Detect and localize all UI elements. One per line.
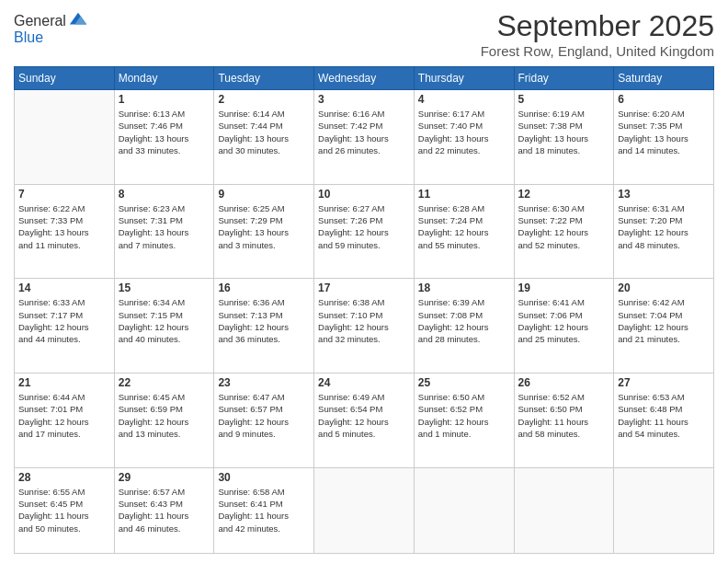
day-info: Sunrise: 6:49 AMSunset: 6:54 PMDaylight:… xyxy=(318,391,410,440)
logo-icon xyxy=(68,9,88,29)
calendar-cell xyxy=(414,467,514,553)
day-info: Sunrise: 6:36 AMSunset: 7:13 PMDaylight:… xyxy=(218,296,310,345)
day-number: 6 xyxy=(618,93,710,106)
calendar-cell: 6Sunrise: 6:20 AMSunset: 7:35 PMDaylight… xyxy=(614,90,714,185)
day-info: Sunrise: 6:47 AMSunset: 6:57 PMDaylight:… xyxy=(218,391,310,440)
day-info: Sunrise: 6:16 AMSunset: 7:42 PMDaylight:… xyxy=(318,108,410,156)
day-number: 8 xyxy=(119,188,210,201)
week-row-5: 28Sunrise: 6:55 AMSunset: 6:45 PMDayligh… xyxy=(15,467,714,553)
calendar-cell: 11Sunrise: 6:28 AMSunset: 7:24 PMDayligh… xyxy=(414,184,514,279)
location: Forest Row, England, United Kingdom xyxy=(481,43,714,59)
header: General Blue September 2025 Forest Row, … xyxy=(14,9,714,59)
calendar-cell xyxy=(614,467,714,553)
calendar-cell: 16Sunrise: 6:36 AMSunset: 7:13 PMDayligh… xyxy=(214,279,314,373)
calendar-cell: 26Sunrise: 6:52 AMSunset: 6:50 PMDayligh… xyxy=(514,373,614,467)
day-info: Sunrise: 6:34 AMSunset: 7:15 PMDaylight:… xyxy=(119,296,210,345)
day-info: Sunrise: 6:20 AMSunset: 7:35 PMDaylight:… xyxy=(618,108,710,156)
weekday-header-tuesday: Tuesday xyxy=(214,67,314,90)
day-number: 14 xyxy=(18,282,110,294)
day-info: Sunrise: 6:42 AMSunset: 7:04 PMDaylight:… xyxy=(618,296,710,345)
logo: General Blue xyxy=(14,13,88,46)
calendar-cell: 10Sunrise: 6:27 AMSunset: 7:26 PMDayligh… xyxy=(314,184,415,279)
day-number: 10 xyxy=(318,188,410,201)
day-info: Sunrise: 6:31 AMSunset: 7:20 PMDaylight:… xyxy=(618,202,710,251)
calendar-cell: 9Sunrise: 6:25 AMSunset: 7:29 PMDaylight… xyxy=(214,184,314,279)
day-number: 19 xyxy=(518,282,610,294)
calendar-cell: 2Sunrise: 6:14 AMSunset: 7:44 PMDaylight… xyxy=(214,90,314,185)
calendar-table: SundayMondayTuesdayWednesdayThursdayFrid… xyxy=(14,66,714,554)
day-info: Sunrise: 6:28 AMSunset: 7:24 PMDaylight:… xyxy=(418,202,510,251)
weekday-header-row: SundayMondayTuesdayWednesdayThursdayFrid… xyxy=(15,67,714,90)
calendar-cell: 3Sunrise: 6:16 AMSunset: 7:42 PMDaylight… xyxy=(314,90,415,185)
logo-blue-text: Blue xyxy=(14,29,88,46)
week-row-3: 14Sunrise: 6:33 AMSunset: 7:17 PMDayligh… xyxy=(15,279,714,373)
weekday-header-saturday: Saturday xyxy=(614,67,714,90)
calendar-cell: 30Sunrise: 6:58 AMSunset: 6:41 PMDayligh… xyxy=(214,467,314,553)
calendar-cell: 14Sunrise: 6:33 AMSunset: 7:17 PMDayligh… xyxy=(15,279,115,373)
calendar-cell: 4Sunrise: 6:17 AMSunset: 7:40 PMDaylight… xyxy=(414,90,514,185)
day-number: 13 xyxy=(618,188,710,201)
calendar-cell: 19Sunrise: 6:41 AMSunset: 7:06 PMDayligh… xyxy=(514,279,614,373)
day-info: Sunrise: 6:19 AMSunset: 7:38 PMDaylight:… xyxy=(518,108,610,156)
page: General Blue September 2025 Forest Row, … xyxy=(0,0,728,563)
day-info: Sunrise: 6:14 AMSunset: 7:44 PMDaylight:… xyxy=(218,108,310,156)
day-number: 25 xyxy=(418,376,510,389)
day-info: Sunrise: 6:23 AMSunset: 7:31 PMDaylight:… xyxy=(119,202,210,251)
day-info: Sunrise: 6:33 AMSunset: 7:17 PMDaylight:… xyxy=(18,296,110,345)
day-info: Sunrise: 6:27 AMSunset: 7:26 PMDaylight:… xyxy=(318,202,410,251)
calendar-cell: 5Sunrise: 6:19 AMSunset: 7:38 PMDaylight… xyxy=(514,90,614,185)
week-row-2: 7Sunrise: 6:22 AMSunset: 7:33 PMDaylight… xyxy=(15,184,714,279)
calendar-cell: 23Sunrise: 6:47 AMSunset: 6:57 PMDayligh… xyxy=(214,373,314,467)
day-number: 2 xyxy=(218,93,310,106)
day-info: Sunrise: 6:52 AMSunset: 6:50 PMDaylight:… xyxy=(518,391,610,440)
day-info: Sunrise: 6:38 AMSunset: 7:10 PMDaylight:… xyxy=(318,296,410,345)
day-number: 22 xyxy=(119,376,210,389)
calendar-cell: 21Sunrise: 6:44 AMSunset: 7:01 PMDayligh… xyxy=(15,373,115,467)
week-row-1: 1Sunrise: 6:13 AMSunset: 7:46 PMDaylight… xyxy=(15,90,714,185)
day-info: Sunrise: 6:53 AMSunset: 6:48 PMDaylight:… xyxy=(618,391,710,440)
day-number: 23 xyxy=(218,376,310,389)
day-number: 20 xyxy=(618,282,710,294)
weekday-header-monday: Monday xyxy=(114,67,214,90)
month-title: September 2025 xyxy=(481,9,714,43)
day-number: 30 xyxy=(218,471,310,484)
day-info: Sunrise: 6:57 AMSunset: 6:43 PMDaylight:… xyxy=(119,486,210,534)
calendar-cell xyxy=(15,90,115,185)
day-info: Sunrise: 6:17 AMSunset: 7:40 PMDaylight:… xyxy=(418,108,510,156)
day-info: Sunrise: 6:55 AMSunset: 6:45 PMDaylight:… xyxy=(18,486,110,534)
day-number: 5 xyxy=(518,93,610,106)
day-info: Sunrise: 6:22 AMSunset: 7:33 PMDaylight:… xyxy=(18,202,110,251)
day-number: 17 xyxy=(318,282,410,294)
day-number: 15 xyxy=(119,282,210,294)
calendar-cell: 22Sunrise: 6:45 AMSunset: 6:59 PMDayligh… xyxy=(114,373,214,467)
calendar-cell: 28Sunrise: 6:55 AMSunset: 6:45 PMDayligh… xyxy=(15,467,115,553)
day-info: Sunrise: 6:58 AMSunset: 6:41 PMDaylight:… xyxy=(218,486,310,534)
day-number: 16 xyxy=(218,282,310,294)
calendar-cell xyxy=(514,467,614,553)
day-number: 29 xyxy=(119,471,210,484)
calendar-cell: 18Sunrise: 6:39 AMSunset: 7:08 PMDayligh… xyxy=(414,279,514,373)
calendar-cell: 17Sunrise: 6:38 AMSunset: 7:10 PMDayligh… xyxy=(314,279,415,373)
day-info: Sunrise: 6:30 AMSunset: 7:22 PMDaylight:… xyxy=(518,202,610,251)
calendar-cell: 20Sunrise: 6:42 AMSunset: 7:04 PMDayligh… xyxy=(614,279,714,373)
day-number: 27 xyxy=(618,376,710,389)
day-number: 28 xyxy=(18,471,110,484)
day-info: Sunrise: 6:45 AMSunset: 6:59 PMDaylight:… xyxy=(119,391,210,440)
calendar-cell: 15Sunrise: 6:34 AMSunset: 7:15 PMDayligh… xyxy=(114,279,214,373)
calendar-cell: 24Sunrise: 6:49 AMSunset: 6:54 PMDayligh… xyxy=(314,373,415,467)
day-number: 7 xyxy=(18,188,110,201)
calendar-cell: 8Sunrise: 6:23 AMSunset: 7:31 PMDaylight… xyxy=(114,184,214,279)
day-number: 12 xyxy=(518,188,610,201)
calendar-cell xyxy=(314,467,415,553)
day-info: Sunrise: 6:13 AMSunset: 7:46 PMDaylight:… xyxy=(119,108,210,156)
logo-general-text: General xyxy=(14,13,66,29)
weekday-header-thursday: Thursday xyxy=(414,67,514,90)
day-number: 21 xyxy=(18,376,110,389)
weekday-header-wednesday: Wednesday xyxy=(314,67,415,90)
day-info: Sunrise: 6:41 AMSunset: 7:06 PMDaylight:… xyxy=(518,296,610,345)
weekday-header-friday: Friday xyxy=(514,67,614,90)
day-number: 3 xyxy=(318,93,410,106)
calendar-cell: 13Sunrise: 6:31 AMSunset: 7:20 PMDayligh… xyxy=(614,184,714,279)
calendar-cell: 29Sunrise: 6:57 AMSunset: 6:43 PMDayligh… xyxy=(114,467,214,553)
day-number: 11 xyxy=(418,188,510,201)
